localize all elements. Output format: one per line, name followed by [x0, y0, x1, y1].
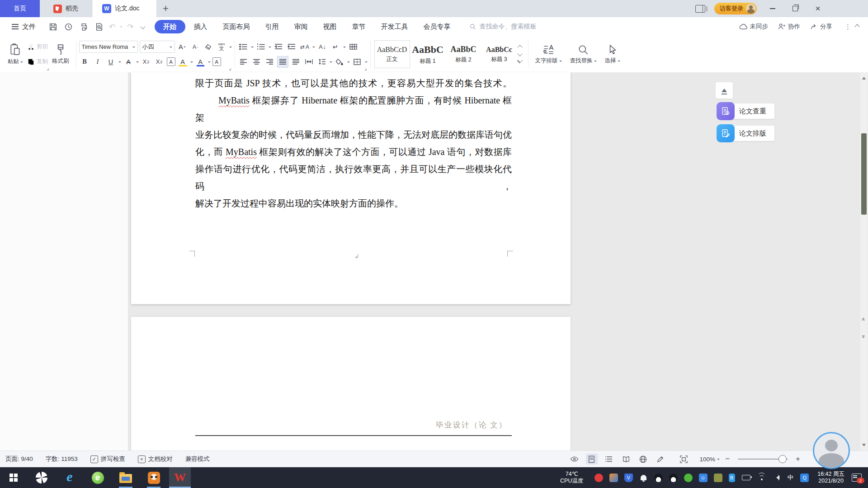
- taskbar-file-explorer[interactable]: [115, 467, 137, 488]
- borders-button[interactable]: [352, 56, 363, 68]
- document-line[interactable]: 业务比较复杂的时候，代码量反而增加，性能下降，无法对底层的数据库语句优: [195, 126, 512, 143]
- command-search[interactable]: 查找命令、搜索模板: [469, 23, 537, 31]
- shading-button[interactable]: [334, 56, 345, 68]
- taskbar-wps[interactable]: W: [169, 467, 191, 488]
- sort-button[interactable]: A↓: [317, 41, 328, 53]
- zoom-level[interactable]: 100%: [700, 456, 720, 463]
- document-line[interactable]: MyBatis 框架摒弃了 Hibernate 框架的配置臃肿方面，有时候 Hi…: [195, 92, 512, 126]
- cpu-temp-widget[interactable]: 74℃ CPU温度: [552, 471, 591, 484]
- align-left-button[interactable]: [238, 56, 249, 68]
- style-heading3[interactable]: AaBbCc 标题 3: [481, 40, 517, 68]
- clear-format-button[interactable]: [203, 41, 214, 53]
- style-heading1[interactable]: AaBbC 标题 1: [410, 40, 446, 68]
- increase-indent-button[interactable]: [286, 41, 297, 53]
- subscript-button[interactable]: X2: [154, 56, 165, 68]
- save-button[interactable]: [47, 21, 58, 32]
- strikethrough-button[interactable]: A: [123, 56, 134, 68]
- paper-format-button[interactable]: 论文排版: [717, 124, 774, 142]
- increase-font-button[interactable]: A+: [177, 41, 188, 53]
- tray-volume-icon[interactable]: [774, 475, 779, 480]
- underline-button[interactable]: U: [105, 56, 117, 68]
- taskbar-clock[interactable]: 16:42 周五 2021/8/20: [817, 471, 844, 484]
- share-button[interactable]: 分享: [810, 23, 832, 31]
- clipboard-dialog-launcher[interactable]: [47, 66, 49, 70]
- wrap-button[interactable]: ↵: [330, 41, 341, 53]
- align-right-button[interactable]: [264, 56, 275, 68]
- notification-center-button[interactable]: 2: [852, 474, 862, 482]
- sync-status[interactable]: 未同步: [739, 23, 769, 31]
- scrollbar-thumb[interactable]: [861, 133, 867, 215]
- tray-security-icon[interactable]: [594, 474, 603, 482]
- tab-insert[interactable]: 插入: [187, 20, 214, 33]
- document-line[interactable]: 化，而 MyBatis 框架则有效的解决了这个方面，可以通过 Java 语句，对…: [195, 143, 512, 160]
- shading-dropdown[interactable]: [347, 61, 350, 64]
- zoom-slider[interactable]: [738, 459, 788, 460]
- text-direction-button[interactable]: ⇄A: [299, 41, 311, 53]
- cut-button[interactable]: 剪切: [27, 41, 48, 53]
- paragraph-dialog-launcher[interactable]: [364, 66, 367, 70]
- select-button[interactable]: 选择: [601, 36, 624, 72]
- char-shading-button[interactable]: A: [167, 57, 175, 66]
- file-menu[interactable]: 文件: [0, 23, 44, 31]
- misspelled-word[interactable]: MyBatis: [226, 147, 257, 157]
- document-page-10[interactable]: 毕业设计（论 文）: [131, 317, 571, 451]
- tray-green-icon[interactable]: [684, 474, 693, 482]
- superscript-button[interactable]: X2: [141, 56, 152, 68]
- phonetic-guide-button[interactable]: wén 文: [216, 41, 227, 53]
- eye-protection-button[interactable]: [569, 454, 580, 465]
- tray-battery-icon[interactable]: [742, 475, 750, 480]
- scroll-down-icon[interactable]: [862, 444, 866, 448]
- taskbar-ie[interactable]: e: [59, 467, 80, 488]
- paste-button[interactable]: 粘贴: [4, 36, 27, 72]
- doc-proof-toggle[interactable]: ×文档校对: [138, 455, 173, 463]
- char-border-button[interactable]: A: [212, 57, 221, 66]
- font-color-dropdown[interactable]: [208, 61, 211, 64]
- styles-more-icon[interactable]: [517, 58, 523, 64]
- sidebar-collapse-button[interactable]: [716, 82, 733, 99]
- tray-utility-icon[interactable]: [609, 474, 618, 482]
- taskbar-360-app[interactable]: [31, 467, 52, 488]
- collaborate-button[interactable]: 协作: [778, 23, 800, 31]
- tray-olive-icon[interactable]: [714, 474, 722, 482]
- number-list-button[interactable]: [255, 41, 267, 53]
- distribute-button[interactable]: [290, 56, 302, 68]
- undo-button[interactable]: ↶: [109, 22, 115, 32]
- paper-check-button[interactable]: 论文查重: [717, 102, 774, 120]
- line-spacing-button[interactable]: [316, 56, 328, 68]
- underline-dropdown[interactable]: [118, 61, 121, 64]
- read-mode-button[interactable]: [620, 454, 632, 465]
- start-button[interactable]: [3, 467, 24, 488]
- document-line[interactable]: 操作语句进行优化，代码更简洁，执行效率更高，并且可以生产一些模块化代码，: [195, 160, 512, 195]
- login-button[interactable]: 访客登录: [714, 3, 757, 14]
- tab-references[interactable]: 引用: [259, 20, 286, 33]
- tray-q-app-icon[interactable]: Q: [800, 474, 809, 482]
- next-page-button[interactable]: »: [861, 333, 867, 340]
- word-count[interactable]: 字数: 11953: [46, 455, 78, 463]
- find-replace-button[interactable]: 查找替换: [566, 36, 601, 72]
- document-line[interactable]: 解决了开发过程中容易出现的实体映射方面的操作。: [195, 195, 512, 212]
- tab-home[interactable]: 首页: [0, 0, 40, 17]
- restore-button[interactable]: [788, 2, 802, 15]
- customize-quick-access-icon[interactable]: [140, 24, 145, 29]
- tray-bluetooth-icon[interactable]: B: [729, 474, 735, 482]
- misspelled-word[interactable]: MyBatis: [218, 95, 250, 105]
- bold-button[interactable]: B: [79, 56, 90, 68]
- italic-button[interactable]: I: [92, 56, 104, 68]
- tray-qq2-icon[interactable]: [669, 474, 678, 482]
- tab-page-layout[interactable]: 页面布局: [216, 20, 257, 33]
- style-heading2[interactable]: AaBbC 标题 2: [446, 40, 481, 68]
- font-dialog-launcher[interactable]: [229, 66, 231, 70]
- print-preview-button[interactable]: [94, 21, 104, 32]
- direction-dropdown[interactable]: [312, 47, 315, 49]
- tab-start[interactable]: 开始: [155, 20, 185, 33]
- more-menu-icon[interactable]: ⋮: [844, 23, 851, 31]
- navigation-panel[interactable]: [0, 72, 128, 451]
- spell-check-toggle[interactable]: ✓拼写检查: [90, 455, 125, 463]
- redo-button[interactable]: ↷: [127, 22, 133, 32]
- format-painter-button[interactable]: 格式刷: [48, 36, 73, 72]
- style-normal[interactable]: AaBbCcD 正文: [374, 40, 410, 68]
- output-button[interactable]: [63, 21, 74, 32]
- close-button[interactable]: ×: [811, 2, 825, 15]
- text-layout-button[interactable]: 文字排版: [531, 36, 566, 72]
- zoom-in-button[interactable]: +: [796, 455, 800, 464]
